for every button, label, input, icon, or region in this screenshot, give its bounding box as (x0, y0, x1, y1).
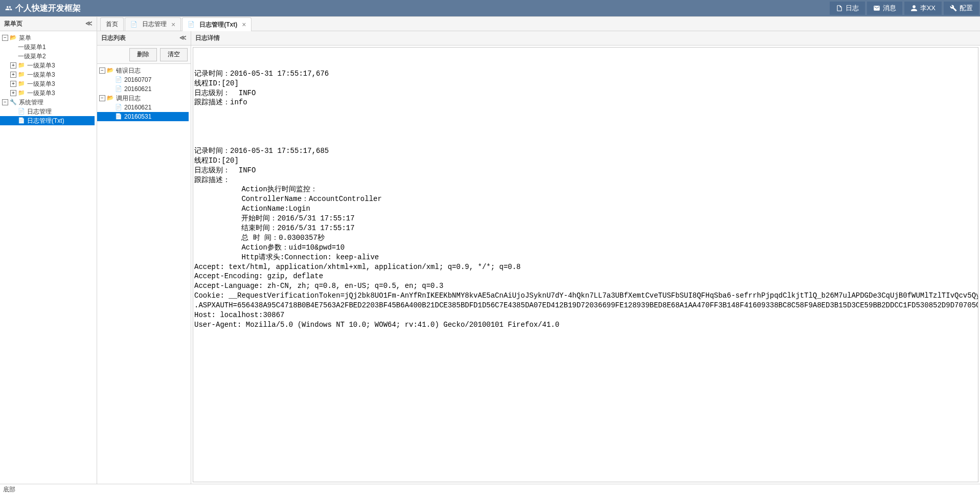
footer: 底部 (0, 484, 980, 494)
toggle-icon[interactable]: − (99, 68, 105, 74)
log-list-header: 日志列表 ≪ (97, 31, 191, 46)
tab-bar: 首页 日志管理× 日志管理(Txt)× (97, 17, 980, 31)
toggle-icon[interactable]: − (2, 99, 8, 105)
log-detail-header: 日志详情 (191, 31, 980, 46)
tree-node-file[interactable]: 20160621 (97, 103, 189, 112)
log-list-toolbar: 删除 清空 (97, 46, 191, 64)
tree-node-system[interactable]: −系统管理 (0, 98, 95, 107)
close-icon[interactable]: × (171, 21, 175, 28)
menu-tree: −菜单 一级菜单1 一级菜单2 +一级菜单3 +一级菜单3 +一级菜单3 +一级… (0, 31, 97, 127)
tree-node-root[interactable]: −菜单 (0, 33, 95, 42)
tab-home[interactable]: 首页 (100, 17, 124, 31)
log-list-panel: 日志列表 ≪ 删除 清空 −错误日志 20160707 20160621 −调用… (97, 31, 191, 484)
toggle-icon[interactable]: + (10, 62, 16, 69)
file-icon (115, 85, 122, 93)
app-title: 个人快速开发框架 (15, 3, 81, 14)
folder-icon (18, 80, 25, 87)
tree-node[interactable]: 一级菜单2 (0, 52, 95, 61)
folder-icon (18, 89, 25, 97)
log-detail-panel: 日志详情 (191, 31, 980, 484)
file-icon (836, 5, 843, 12)
top-message-button[interactable]: 消息 (867, 2, 902, 15)
file-icon (115, 104, 122, 111)
file-icon (115, 113, 122, 120)
tree-node-err-folder[interactable]: −错误日志 (97, 66, 189, 75)
tree-node-file[interactable]: 20160707 (97, 75, 189, 84)
top-log-button[interactable]: 日志 (830, 2, 865, 15)
folder-icon (18, 62, 25, 69)
tab-log[interactable]: 日志管理× (125, 17, 181, 31)
log-tree: −错误日志 20160707 20160621 −调用日志 20160621 2… (97, 64, 191, 123)
wrench-icon (10, 99, 17, 106)
tab-log-txt[interactable]: 日志管理(Txt)× (182, 17, 252, 31)
log-detail-title: 日志详情 (195, 34, 220, 42)
tree-node[interactable]: +一级菜单3 (0, 61, 95, 70)
clear-button[interactable]: 清空 (160, 48, 188, 61)
tree-node-log-mgr[interactable]: 日志管理 (0, 107, 95, 116)
tree-node-call-folder[interactable]: −调用日志 (97, 94, 189, 103)
top-config-button[interactable]: 配置 (944, 2, 979, 15)
sidebar-title: 菜单页 (4, 19, 22, 28)
file-icon (18, 108, 25, 115)
file-icon (18, 117, 25, 124)
collapse-icon[interactable]: ≪ (85, 19, 93, 28)
tree-node[interactable]: +一级菜单3 (0, 79, 95, 88)
folder-open-icon (10, 34, 17, 41)
wrench-icon (950, 5, 957, 12)
users-icon (5, 5, 12, 12)
tree-node[interactable]: +一级菜单3 (0, 70, 95, 79)
folder-open-icon (107, 95, 114, 102)
user-icon (910, 5, 918, 12)
toggle-icon[interactable]: + (10, 72, 16, 78)
toggle-icon[interactable]: − (99, 95, 105, 101)
top-user-button[interactable]: 李XX (904, 2, 942, 15)
file-icon (115, 76, 122, 83)
toggle-icon[interactable]: − (2, 35, 8, 41)
folder-icon (18, 71, 25, 78)
collapse-icon[interactable]: ≪ (179, 33, 187, 42)
mail-icon (873, 5, 880, 12)
tree-node[interactable]: 一级菜单1 (0, 42, 95, 52)
log-content[interactable] (193, 47, 978, 482)
toggle-icon[interactable]: + (10, 90, 16, 96)
tree-node-log-mgr-txt[interactable]: 日志管理(Txt) (0, 116, 95, 125)
file-icon (188, 21, 195, 28)
sidebar-header: 菜单页 ≪ (0, 17, 97, 31)
tree-node[interactable]: +一级菜单3 (0, 88, 95, 98)
top-bar: 个人快速开发框架 日志 消息 李XX 配置 (0, 0, 980, 16)
tree-node-file-selected[interactable]: 20160531 (97, 112, 189, 121)
sidebar: 菜单页 ≪ −菜单 一级菜单1 一级菜单2 +一级菜单3 +一级菜单3 +一级菜… (0, 17, 97, 484)
delete-button[interactable]: 删除 (129, 48, 157, 61)
log-list-title: 日志列表 (101, 34, 126, 42)
file-icon (130, 21, 138, 28)
tree-node-file[interactable]: 20160621 (97, 84, 189, 94)
toggle-icon[interactable]: + (10, 81, 16, 87)
close-icon[interactable]: × (242, 21, 246, 28)
folder-open-icon (107, 67, 114, 74)
